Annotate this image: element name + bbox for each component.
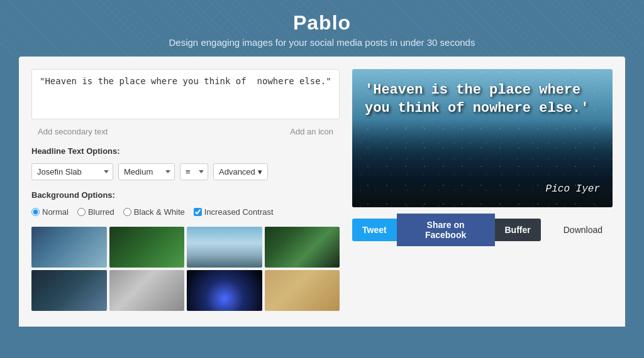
radio-normal[interactable]: Normal: [31, 207, 69, 217]
right-panel: 'Heaven is the place where you think of …: [352, 69, 613, 314]
radio-bw-label: Black & White: [134, 207, 185, 217]
main-content: "Heaven is the place where you think of …: [19, 57, 625, 327]
contrast-checkbox-label[interactable]: Increased Contrast: [194, 207, 274, 217]
bg-thumb-5[interactable]: [31, 270, 107, 311]
add-icon-button[interactable]: Add an icon: [290, 127, 333, 136]
radio-blurred-label: Blurred: [88, 207, 114, 217]
radio-normal-label: Normal: [42, 207, 69, 217]
tweet-button[interactable]: Tweet: [352, 219, 397, 241]
page-subtitle: Design engaging images for your social m…: [0, 37, 644, 48]
radio-bw-input[interactable]: [123, 208, 131, 216]
page-header: Pablo Design engaging images for your so…: [0, 0, 644, 57]
radio-bw[interactable]: Black & White: [123, 207, 185, 217]
size-select[interactable]: Medium Small Large: [118, 163, 175, 180]
page-title: Pablo: [0, 11, 644, 35]
radio-blurred-input[interactable]: [77, 208, 86, 216]
radio-normal-input[interactable]: [31, 208, 40, 216]
main-text-input[interactable]: "Heaven is the place where you think of …: [31, 69, 340, 119]
headline-options-label: Headline Text Options:: [31, 146, 340, 156]
contrast-checkbox-label-text: Increased Contrast: [204, 207, 274, 217]
facebook-button[interactable]: Share on Facebook: [397, 214, 495, 246]
bg-thumb-2[interactable]: [109, 227, 185, 268]
advanced-label: Advanced: [219, 167, 255, 176]
image-preview: 'Heaven is the place where you think of …: [352, 69, 613, 207]
background-image-grid: [31, 227, 340, 311]
headline-options-row: Josefin Slab Arial Georgia Medium Small …: [31, 163, 340, 180]
background-options-label: Background Options:: [31, 190, 340, 200]
contrast-checkbox-input[interactable]: [194, 208, 202, 216]
download-button[interactable]: Download: [553, 219, 613, 241]
add-secondary-text-button[interactable]: Add secondary text: [38, 127, 108, 136]
bg-thumb-3[interactable]: [187, 227, 262, 268]
preview-quote-text: 'Heaven is the place where you think of …: [365, 82, 600, 117]
bg-thumb-8[interactable]: [265, 270, 340, 311]
bg-thumb-7[interactable]: [187, 270, 262, 311]
bg-thumb-6[interactable]: [109, 270, 185, 311]
advanced-chevron-icon: ▾: [258, 167, 262, 176]
align-select[interactable]: ≡ ⬛: [180, 163, 208, 180]
bg-thumb-1[interactable]: [31, 227, 107, 268]
action-buttons-row: Tweet Share on Facebook Buffer Download: [352, 214, 613, 246]
buffer-button[interactable]: Buffer: [495, 219, 541, 241]
bg-thumb-4[interactable]: [265, 227, 340, 268]
left-panel: "Heaven is the place where you think of …: [31, 69, 340, 314]
font-select[interactable]: Josefin Slab Arial Georgia: [31, 163, 113, 180]
advanced-button[interactable]: Advanced ▾: [213, 163, 268, 180]
radio-blurred[interactable]: Blurred: [77, 207, 114, 217]
secondary-options-row: Add secondary text Add an icon: [31, 127, 340, 136]
background-radio-row: Normal Blurred Black & White Increased C…: [31, 207, 340, 217]
preview-author: Pico Iyer: [546, 183, 600, 195]
